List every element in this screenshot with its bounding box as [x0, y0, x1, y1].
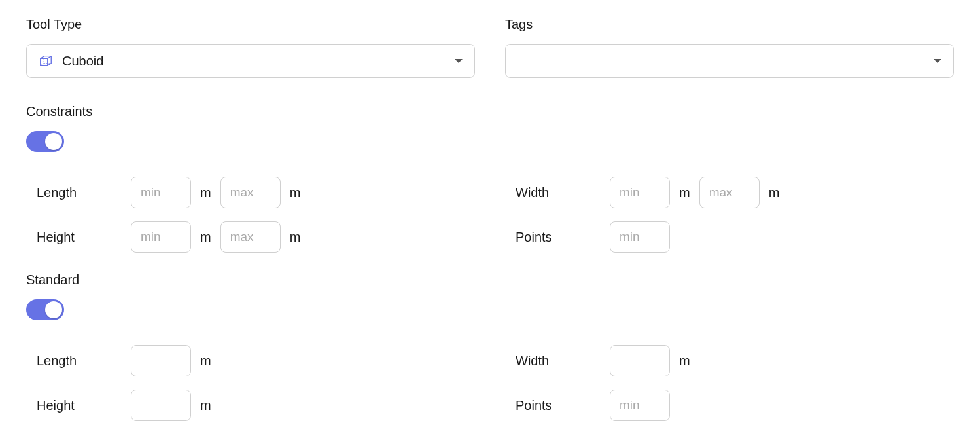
constraint-height-min-input[interactable] — [131, 221, 191, 253]
standard-toggle[interactable] — [26, 299, 64, 320]
constraint-points-label: Points — [516, 230, 601, 245]
constraint-height-label: Height — [37, 230, 122, 245]
constraint-width-max-unit: m — [769, 185, 780, 200]
constraint-points-min-input[interactable] — [610, 221, 670, 253]
constraint-length-row: Length m m — [26, 177, 475, 208]
standard-width-unit: m — [679, 354, 690, 369]
tags-label: Tags — [505, 17, 954, 32]
cuboid-icon — [39, 54, 53, 68]
constraint-length-max-unit: m — [290, 185, 301, 200]
constraint-height-row: Height m m — [26, 221, 475, 253]
toggle-knob — [45, 301, 62, 318]
constraint-width-row: Width m m — [505, 177, 954, 208]
standard-height-label: Height — [37, 398, 122, 413]
standard-points-row: Points — [505, 390, 954, 421]
standard-length-label: Length — [37, 354, 122, 369]
tool-type-value: Cuboid — [62, 54, 455, 69]
constraint-width-max-input[interactable] — [699, 177, 760, 208]
standard-height-row: Height m — [26, 390, 475, 421]
standard-points-min-input[interactable] — [610, 390, 670, 421]
tool-type-label: Tool Type — [26, 17, 475, 32]
constraints-toggle[interactable] — [26, 131, 64, 152]
constraint-width-label: Width — [516, 185, 601, 200]
constraint-height-max-input[interactable] — [220, 221, 281, 253]
standard-width-label: Width — [516, 354, 601, 369]
standard-points-label: Points — [516, 398, 601, 413]
constraint-length-max-input[interactable] — [220, 177, 281, 208]
constraints-label: Constraints — [26, 104, 954, 119]
toggle-knob — [45, 133, 62, 150]
constraint-length-label: Length — [37, 185, 122, 200]
tool-type-select[interactable]: Cuboid — [26, 44, 475, 78]
chevron-down-icon — [455, 59, 463, 63]
constraint-points-row: Points — [505, 221, 954, 253]
constraint-width-min-input[interactable] — [610, 177, 670, 208]
tags-select[interactable] — [505, 44, 954, 78]
constraint-height-min-unit: m — [200, 230, 211, 245]
constraint-length-min-input[interactable] — [131, 177, 191, 208]
tags-field: Tags — [505, 17, 954, 78]
standard-length-unit: m — [200, 354, 211, 369]
standard-length-row: Length m — [26, 345, 475, 376]
standard-width-input[interactable] — [610, 345, 670, 376]
constraint-width-min-unit: m — [679, 185, 690, 200]
constraint-height-max-unit: m — [290, 230, 301, 245]
constraint-length-min-unit: m — [200, 185, 211, 200]
standard-height-unit: m — [200, 398, 211, 413]
chevron-down-icon — [934, 59, 941, 63]
tool-type-field: Tool Type Cuboid — [26, 17, 475, 78]
standard-height-input[interactable] — [131, 390, 191, 421]
standard-label: Standard — [26, 272, 954, 287]
standard-width-row: Width m — [505, 345, 954, 376]
standard-length-input[interactable] — [131, 345, 191, 376]
